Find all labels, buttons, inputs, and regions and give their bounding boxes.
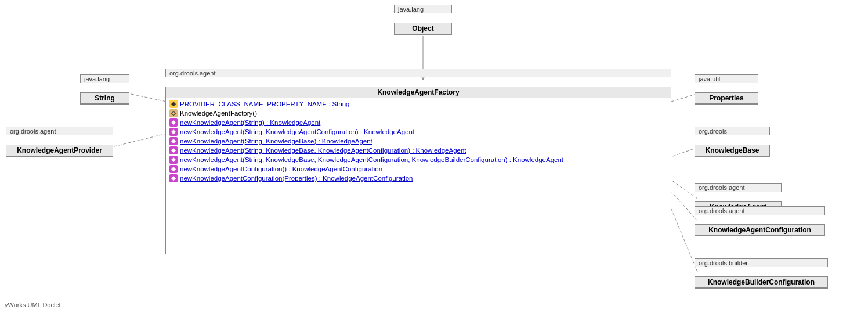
method-icon-1: ◆: [169, 118, 178, 127]
object-class-name: Object: [395, 23, 451, 34]
object-package-tab: java.lang: [394, 5, 452, 13]
field1-link[interactable]: PROVIDER_CLASS_NAME_PROPERTY_NAME : Stri…: [180, 100, 350, 107]
provider-class-box: KnowledgeAgentProvider: [6, 145, 113, 157]
m2-link[interactable]: newKnowledgeAgent(String, KnowledgeAgent…: [180, 128, 414, 135]
m1-link[interactable]: newKnowledgeAgent(String) : KnowledgeAge…: [180, 119, 320, 126]
member-field1: ◆ PROVIDER_CLASS_NAME_PROPERTY_NAME : St…: [169, 99, 667, 109]
kac-class-name: KnowledgeAgentConfiguration: [695, 225, 824, 236]
kb-package-tab: org.drools: [695, 127, 770, 135]
string-package-tab: java.lang: [80, 74, 129, 83]
kac-package-tab: org.drools.agent: [695, 206, 825, 215]
constructor-icon: ◇: [169, 109, 178, 117]
main-class-box: KnowledgeAgentFactory ◆ PROVIDER_CLASS_N…: [165, 87, 671, 254]
properties-class-name: Properties: [695, 93, 758, 104]
svg-line-8: [671, 209, 697, 272]
m4-link[interactable]: newKnowledgeAgent(String, KnowledgeBase,…: [180, 147, 466, 154]
member-m4: ◆ newKnowledgeAgent(String, KnowledgeBas…: [169, 146, 667, 155]
string-class-box: String: [80, 92, 129, 105]
svg-line-7: [671, 192, 697, 221]
svg-line-6: [671, 180, 697, 199]
static-field-icon: ◆: [169, 100, 178, 108]
m3-link[interactable]: newKnowledgeAgent(String, KnowledgeBase)…: [180, 138, 372, 145]
main-class-body: ◆ PROVIDER_CLASS_NAME_PROPERTY_NAME : St…: [166, 98, 671, 254]
provider-class-name: KnowledgeAgentProvider: [6, 145, 113, 156]
ka-box-wrapper: org.drools.agent KnowledgeAgent: [695, 183, 782, 204]
kbc-box-wrapper: org.drools.builder KnowledgeBuilderConfi…: [695, 258, 828, 279]
kb-box-wrapper: org.drools KnowledgeBase: [695, 127, 770, 147]
method-icon-2: ◆: [169, 128, 178, 136]
kb-class-name: KnowledgeBase: [695, 145, 769, 156]
ctor1-text: KnowledgeAgentFactory(): [180, 110, 257, 117]
properties-class-box: Properties: [695, 92, 758, 105]
member-m5: ◆ newKnowledgeAgent(String, KnowledgeBas…: [169, 155, 667, 164]
spacer: [169, 183, 667, 253]
method-icon-4: ◆: [169, 146, 178, 154]
properties-package-tab: java.util: [695, 74, 758, 83]
object-box: java.lang Object: [394, 5, 452, 26]
ka-package-tab: org.drools.agent: [695, 183, 782, 192]
method-icon-7: ◆: [169, 174, 178, 182]
string-box-wrapper: java.lang String: [80, 74, 129, 95]
provider-box-wrapper: org.drools.agent KnowledgeAgentProvider: [6, 127, 113, 147]
method-icon-6: ◆: [169, 165, 178, 173]
main-class-name: KnowledgeAgentFactory: [166, 87, 671, 98]
member-m7: ◆ newKnowledgeAgentConfiguration(Propert…: [169, 174, 667, 183]
m6-link[interactable]: newKnowledgeAgentConfiguration() : Knowl…: [180, 166, 382, 172]
method-icon-3: ◆: [169, 137, 178, 145]
svg-line-3: [671, 94, 696, 102]
provider-package-tab: org.drools.agent: [6, 127, 113, 135]
kb-class-box: KnowledgeBase: [695, 145, 770, 157]
kbc-class-name: KnowledgeBuilderConfiguration: [695, 277, 827, 288]
member-m6: ◆ newKnowledgeAgentConfiguration() : Kno…: [169, 164, 667, 174]
member-m2: ◆ newKnowledgeAgent(String, KnowledgeAge…: [169, 127, 667, 136]
member-ctor1: ◇ KnowledgeAgentFactory(): [169, 109, 667, 118]
method-icon-5: ◆: [169, 156, 178, 164]
main-package-tab: org.drools.agent: [165, 69, 671, 77]
properties-box-wrapper: java.util Properties: [695, 74, 758, 95]
kac-box-wrapper: org.drools.agent KnowledgeAgentConfigura…: [695, 206, 825, 227]
uml-diagram: java.lang java.lang Object java.lang Str…: [0, 0, 868, 313]
svg-line-5: [671, 147, 697, 157]
kbc-package-tab: org.drools.builder: [695, 258, 828, 267]
member-m1: ◆ newKnowledgeAgent(String) : KnowledgeA…: [169, 118, 667, 127]
member-m3: ◆ newKnowledgeAgent(String, KnowledgeBas…: [169, 136, 667, 146]
string-class-name: String: [81, 93, 129, 104]
kbc-class-box: KnowledgeBuilderConfiguration: [695, 276, 828, 289]
object-class-box: Object: [394, 23, 452, 35]
footer-text: yWorks UML Doclet: [5, 301, 61, 308]
m7-link[interactable]: newKnowledgeAgentConfiguration(Propertie…: [180, 175, 413, 182]
m5-link[interactable]: newKnowledgeAgent(String, KnowledgeBase,…: [180, 156, 563, 163]
main-class-wrapper: org.drools.agent KnowledgeAgentFactory ◆…: [165, 69, 671, 245]
kac-class-box: KnowledgeAgentConfiguration: [695, 224, 825, 236]
svg-line-2: [131, 94, 167, 102]
svg-line-4: [110, 134, 167, 147]
